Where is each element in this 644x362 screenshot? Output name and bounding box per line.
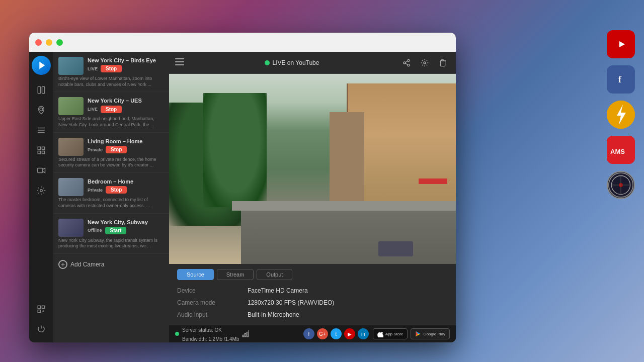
camera-action-button[interactable]: Stop <box>106 146 127 153</box>
svg-rect-23 <box>42 151 45 154</box>
maximize-button[interactable] <box>56 39 63 46</box>
svg-rect-22 <box>38 151 40 154</box>
sidebar-item-list[interactable] <box>32 121 50 139</box>
sidebar-item-add[interactable] <box>32 300 50 318</box>
camera-info: New York City – Birds Eye LIVE Stop <box>88 57 164 74</box>
stream-tab[interactable]: Stream <box>217 269 254 280</box>
sidebar-item-grid[interactable] <box>32 141 50 159</box>
delete-button[interactable] <box>436 56 450 70</box>
svg-point-26 <box>40 190 43 192</box>
titlebar <box>29 33 456 52</box>
status-badge: LIVE <box>88 66 98 72</box>
camera-item[interactable]: New York City – Birds Eye LIVE Stop Bird… <box>53 52 169 92</box>
sidebar-item-book[interactable] <box>32 81 50 99</box>
store-buttons: App Store Google Play <box>373 328 450 339</box>
camera-item[interactable]: New York City, Subway Offline Start New … <box>53 214 169 254</box>
street-scene <box>169 74 456 264</box>
svg-rect-44 <box>249 331 250 337</box>
status-text: Server status: OK Bandwidth: 1.2Mb /1.4M… <box>182 325 239 342</box>
desktop-icons: f AMS <box>607 30 635 199</box>
camera-header: New York City, Subway Offline Start <box>58 219 164 237</box>
settings-button[interactable] <box>418 56 432 70</box>
apple-store-button[interactable]: App Store <box>373 328 408 339</box>
output-tab[interactable]: Output <box>257 269 292 280</box>
camera-action-button[interactable]: Stop <box>101 106 122 113</box>
camera-thumbnail <box>58 57 84 75</box>
youtube-social-icon[interactable]: ▶ <box>344 328 355 339</box>
sidebar-item-power[interactable] <box>32 320 50 338</box>
svg-line-39 <box>406 61 408 62</box>
googleplus-social-icon[interactable]: G+ <box>317 328 328 339</box>
status-badge: Offline <box>88 227 102 233</box>
adobe-desktop-icon[interactable]: AMS <box>607 136 635 164</box>
live-indicator: LIVE on YouTube <box>189 59 394 66</box>
svg-point-40 <box>424 62 426 64</box>
device-row: Device FaceTime HD Camera <box>177 287 448 294</box>
svg-rect-15 <box>42 86 45 94</box>
s5-desktop-icon[interactable] <box>607 171 635 199</box>
bandwidth-text: Bandwidth: 1.2Mb /1.4Mb <box>182 336 239 342</box>
top-actions <box>399 56 450 70</box>
tab-row: Source Stream Output <box>177 269 448 280</box>
camera-description: Secured stream of a private residence, t… <box>58 157 164 168</box>
facebook-social-icon[interactable]: f <box>303 328 314 339</box>
svg-rect-20 <box>38 147 40 149</box>
svg-text:f: f <box>618 74 622 84</box>
youtube-desktop-icon[interactable] <box>607 30 635 58</box>
sidebar-item-video[interactable] <box>32 161 50 179</box>
svg-rect-34 <box>175 64 184 65</box>
camera-name: Bedroom – Home <box>88 178 164 185</box>
linkedin-social-icon[interactable]: in <box>358 328 369 339</box>
camera-item[interactable]: New York City – UES LIVE Stop Upper East… <box>53 92 169 132</box>
svg-point-37 <box>408 64 410 66</box>
close-button[interactable] <box>35 39 42 46</box>
icon-sidebar <box>29 52 53 342</box>
google-store-button[interactable]: Google Play <box>411 328 450 339</box>
lightning-desktop-icon[interactable] <box>607 101 635 129</box>
sidebar-item-settings[interactable] <box>32 182 50 200</box>
menu-icon[interactable] <box>175 58 184 67</box>
camera-description: The master bedroom, connected to my list… <box>58 197 164 209</box>
svg-point-36 <box>404 62 406 64</box>
camera-action-button[interactable]: Start <box>105 227 127 234</box>
camera-status-row: Private Stop <box>88 146 164 153</box>
status-bar: Server status: OK Bandwidth: 1.2Mb /1.4M… <box>169 325 456 342</box>
camera-header: New York City – Birds Eye LIVE Stop <box>58 57 164 75</box>
minimize-button[interactable] <box>46 39 52 46</box>
camera-info: New York City, Subway Offline Start <box>88 219 164 236</box>
source-tab[interactable]: Source <box>177 269 214 280</box>
camera-mode-row: Camera mode 644x362 30 FPS (RAWVIDEO) <box>177 299 448 306</box>
sidebar-item-map[interactable] <box>32 101 50 119</box>
svg-text:AMS: AMS <box>610 148 625 155</box>
svg-rect-43 <box>247 332 248 337</box>
audio-input-value: Built-in Microphone <box>248 311 299 318</box>
app-logo[interactable] <box>32 56 51 75</box>
bottom-panel: Source Stream Output Device FaceTime HD … <box>169 264 456 325</box>
camera-description: Bird's-eye view of Lower Manhattan, zoom… <box>58 76 164 87</box>
camera-name: New York City – Birds Eye <box>88 57 164 64</box>
svg-rect-21 <box>42 147 45 149</box>
svg-rect-33 <box>175 61 184 62</box>
svg-rect-29 <box>38 310 40 313</box>
svg-rect-28 <box>42 306 45 308</box>
svg-marker-25 <box>43 168 45 173</box>
camera-action-button[interactable]: Stop <box>106 186 127 194</box>
camera-item[interactable]: Living Room – Home Private Stop Secured … <box>53 133 169 173</box>
status-badge: LIVE <box>88 106 98 112</box>
svg-rect-32 <box>175 58 184 59</box>
camera-item[interactable]: Bedroom – Home Private Stop The master b… <box>53 173 169 213</box>
svg-rect-27 <box>38 306 40 308</box>
status-badge: Private <box>88 147 103 153</box>
svg-rect-42 <box>245 333 246 336</box>
camera-thumbnail <box>58 97 84 115</box>
facebook-desktop-icon[interactable]: f <box>607 65 635 94</box>
twitter-social-icon[interactable]: t <box>331 328 342 339</box>
share-button[interactable] <box>399 56 414 70</box>
live-dot <box>265 60 270 65</box>
live-text: LIVE on YouTube <box>273 59 319 66</box>
camera-thumbnail <box>58 219 84 237</box>
camera-action-button[interactable]: Stop <box>101 65 122 72</box>
camera-thumbnail <box>58 138 84 156</box>
main-content: LIVE on YouTube <box>169 52 456 342</box>
add-camera-button[interactable]: + Add Camera <box>53 254 169 275</box>
